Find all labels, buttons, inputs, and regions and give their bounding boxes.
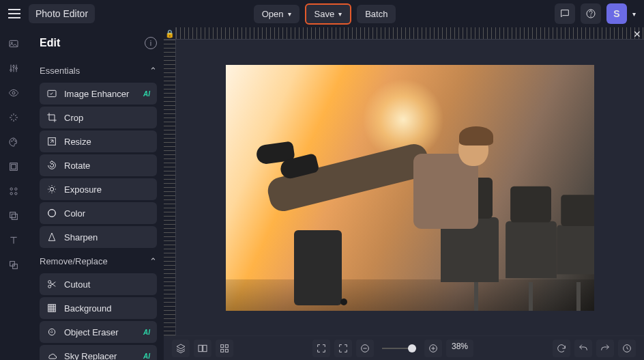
save-label: Save (314, 9, 335, 19)
svg-point-7 (15, 141, 16, 141)
sidebar: Edit i Essentials ⌃ Image EnhancerAI Cro… (27, 27, 164, 360)
section-label: Remove/Replace (40, 256, 108, 266)
ruler-vertical (164, 40, 176, 335)
ai-badge: AI (143, 90, 150, 98)
sparkle-tool-icon[interactable] (7, 111, 20, 124)
ai-badge: AI (143, 352, 150, 360)
chevron-down-icon: ▾ (338, 10, 342, 18)
zoom-slider[interactable] (382, 348, 416, 349)
eye-tool-icon[interactable] (7, 86, 20, 100)
lock-icon[interactable]: 🔒 (164, 27, 176, 40)
item-exposure[interactable]: Exposure (40, 178, 157, 200)
undo-icon[interactable] (574, 340, 592, 357)
item-crop[interactable]: Crop (40, 107, 157, 128)
zoom-in-icon[interactable] (424, 340, 442, 357)
help-icon[interactable] (581, 3, 601, 24)
svg-rect-15 (12, 214, 17, 219)
ai-badge: AI (143, 329, 150, 336)
item-object-eraser[interactable]: Object EraserAI (40, 321, 157, 343)
layers-icon[interactable] (172, 340, 190, 357)
section-label: Essentials (40, 66, 80, 76)
svg-point-12 (10, 193, 12, 195)
comments-icon[interactable] (555, 3, 575, 24)
compare-icon[interactable] (194, 340, 211, 357)
avatar-chevron-icon[interactable]: ▾ (632, 10, 636, 18)
svg-rect-28 (203, 345, 207, 351)
background-icon (46, 303, 57, 314)
app-title: Photo Editor (29, 4, 95, 23)
canvas-area: 🔒 ✕ (164, 27, 644, 360)
elements-tool-icon[interactable] (7, 184, 20, 198)
image-tool-icon[interactable] (7, 37, 20, 51)
svg-point-1 (591, 16, 591, 16)
photo[interactable] (226, 65, 594, 311)
color-icon (46, 208, 57, 219)
save-button[interactable]: Save▾ (305, 3, 352, 25)
crop-icon (46, 112, 57, 123)
item-rotate[interactable]: Rotate (40, 154, 157, 176)
rotate-icon (46, 160, 57, 171)
sharpen-icon (46, 232, 57, 243)
adjust-tool-icon[interactable] (7, 61, 20, 75)
layers-tool-icon[interactable] (7, 258, 20, 272)
palette-tool-icon[interactable] (7, 135, 20, 149)
svg-point-20 (50, 187, 53, 191)
svg-point-11 (15, 188, 17, 190)
item-cutout[interactable]: Cutout (40, 273, 157, 295)
chevron-down-icon: ▾ (288, 10, 291, 18)
svg-point-10 (10, 188, 12, 190)
history-icon[interactable] (618, 340, 636, 357)
text-tool-icon[interactable] (7, 234, 20, 247)
zoom-value[interactable]: 38% (446, 340, 473, 357)
svg-rect-16 (10, 262, 15, 266)
menu-icon[interactable] (8, 9, 20, 18)
svg-rect-29 (221, 344, 224, 347)
close-icon[interactable]: ✕ (633, 29, 641, 40)
avatar[interactable]: S (606, 3, 627, 24)
open-button[interactable]: Open▾ (254, 5, 299, 23)
enhancer-icon (46, 88, 57, 99)
grid-icon[interactable] (216, 340, 233, 357)
info-icon[interactable]: i (145, 37, 157, 49)
svg-rect-14 (10, 212, 16, 218)
redo-icon[interactable] (596, 340, 614, 357)
item-image-enhancer[interactable]: Image EnhancerAI (40, 83, 157, 105)
open-label: Open (262, 9, 284, 19)
tool-iconbar (0, 27, 27, 360)
svg-point-4 (12, 92, 15, 94)
fullscreen-icon[interactable] (312, 340, 330, 357)
refresh-icon[interactable] (553, 340, 570, 357)
svg-rect-31 (221, 349, 224, 352)
topbar: Photo Editor Open▾ Save▾ Batch S ▾ (0, 0, 644, 27)
zoom-out-icon[interactable] (356, 340, 374, 357)
chevron-up-icon: ⌃ (149, 66, 157, 76)
svg-rect-17 (13, 264, 18, 269)
frame-tool-icon[interactable] (7, 160, 20, 174)
batch-label: Batch (365, 9, 387, 19)
item-sky-replacer[interactable]: Sky ReplacerAI (40, 345, 157, 360)
svg-point-5 (12, 141, 12, 141)
exposure-icon (46, 184, 57, 195)
section-essentials[interactable]: Essentials ⌃ (40, 61, 157, 80)
batch-button[interactable]: Batch (357, 5, 396, 23)
bottombar: 38% (164, 335, 644, 360)
resize-icon (46, 136, 57, 147)
svg-rect-32 (225, 349, 228, 352)
svg-rect-9 (12, 165, 16, 169)
section-remove-replace[interactable]: Remove/Replace ⌃ (40, 252, 157, 271)
svg-point-13 (15, 193, 17, 195)
item-color[interactable]: Color (40, 202, 157, 224)
canvas-view[interactable] (176, 40, 644, 335)
svg-point-6 (13, 139, 14, 140)
eraser-icon (46, 327, 57, 337)
overlay-tool-icon[interactable] (7, 209, 20, 223)
svg-rect-30 (225, 344, 228, 347)
item-background[interactable]: Background (40, 297, 157, 319)
ruler-horizontal: 🔒 ✕ (164, 27, 644, 40)
item-resize[interactable]: Resize (40, 130, 157, 152)
svg-rect-27 (199, 345, 202, 351)
cutout-icon (46, 279, 57, 290)
fit-icon[interactable] (334, 340, 352, 357)
chevron-up-icon: ⌃ (149, 256, 157, 266)
item-sharpen[interactable]: Sharpen (40, 226, 157, 248)
